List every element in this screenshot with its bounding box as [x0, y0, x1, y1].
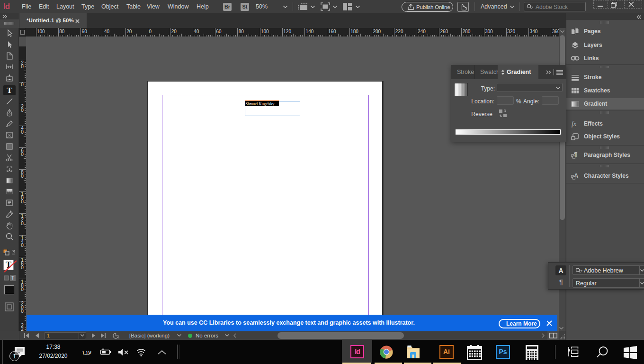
svg-text:fx: fx	[572, 120, 577, 127]
